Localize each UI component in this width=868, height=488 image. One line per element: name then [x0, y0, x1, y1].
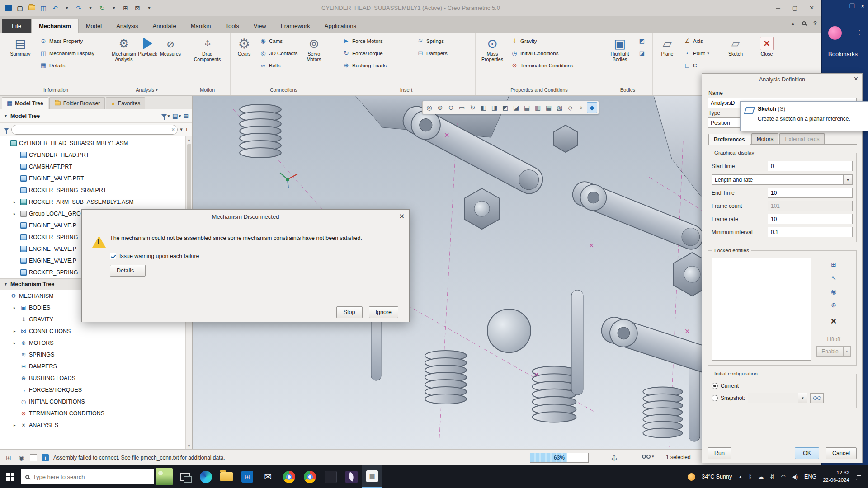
maximize-icon[interactable]: ▢: [792, 5, 797, 11]
shading-with-edges-icon[interactable]: ◧: [478, 102, 489, 113]
lock-connections-icon[interactable]: ↖: [828, 273, 839, 283]
zoom-region-icon[interactable]: ◎: [424, 102, 434, 113]
ignore-button[interactable]: Ignore: [369, 306, 398, 318]
springs-button[interactable]: Springs: [414, 35, 450, 47]
force-torque-button[interactable]: Force/Torque: [340, 47, 412, 59]
menu-tab[interactable]: Model: [79, 19, 109, 33]
axis-button[interactable]: Axis: [681, 35, 712, 47]
model-tree-row[interactable]: ROCKER_ARM_SUB_ASSEMBLY1.ASM: [0, 196, 192, 208]
3d-contacts-button[interactable]: 3D Contacts: [257, 47, 300, 59]
menu-tab[interactable]: Analysis: [109, 19, 145, 33]
mechanism-analysis-button[interactable]: Mechanism Analysis: [112, 34, 136, 63]
windows-manager-icon[interactable]: [122, 4, 129, 12]
clock[interactable]: 12:32 22-06-2024: [823, 469, 849, 483]
task-view-icon[interactable]: [175, 465, 195, 488]
menu-tab[interactable]: Manikin: [184, 19, 218, 33]
new-file-icon[interactable]: [16, 4, 24, 12]
current-radio[interactable]: [712, 383, 718, 389]
group-label-analysis[interactable]: Analysis: [109, 84, 184, 95]
browser-profile-avatar[interactable]: [828, 26, 842, 40]
model-tree-row[interactable]: CYLINDER_HEAD_SUBASSEMBLY1.ASM: [0, 137, 192, 149]
servo-motors-button[interactable]: Servo Motors: [302, 34, 326, 63]
playback-button[interactable]: Playback: [137, 34, 158, 63]
menu-tab[interactable]: View: [246, 19, 274, 33]
tab-folder-browser[interactable]: Folder Browser: [49, 97, 105, 109]
tree-filter-icon[interactable]: ▾: [161, 114, 170, 118]
body-tool-1-button[interactable]: [636, 35, 648, 47]
weather-sun-icon[interactable]: [688, 473, 695, 481]
clear-search-icon[interactable]: ×: [171, 127, 175, 133]
close-mechanism-button[interactable]: Close: [753, 34, 780, 63]
browser-menu-icon[interactable]: ⋮: [856, 29, 863, 36]
creo-taskbar-icon[interactable]: ▤: [362, 465, 382, 488]
chrome-icon[interactable]: [278, 465, 299, 488]
menu-tab[interactable]: Mechanism: [31, 19, 79, 33]
drag-components-button[interactable]: Drag Components: [190, 34, 225, 63]
weather-widget-icon[interactable]: [154, 465, 175, 488]
stop-button[interactable]: Stop: [336, 306, 363, 318]
lock-bodies-icon[interactable]: ⊞: [828, 259, 839, 269]
menu-tab[interactable]: Applications: [317, 19, 363, 33]
undo-icon[interactable]: [52, 4, 59, 12]
gears-button[interactable]: Gears: [233, 34, 255, 63]
chrome-icon-2[interactable]: [299, 465, 320, 488]
panel-tab[interactable]: External loads: [779, 133, 825, 144]
csys-display-icon[interactable]: ◇: [565, 102, 576, 113]
mechanism-tree-row[interactable]: FORCES/TORQUES: [0, 384, 192, 396]
mechanism-tree-collapse-icon[interactable]: ▼: [4, 282, 8, 286]
panel-tab[interactable]: Motors: [751, 133, 779, 144]
mail-icon[interactable]: ✉: [258, 465, 278, 488]
start-button[interactable]: [0, 465, 21, 488]
refit-icon[interactable]: ▭: [457, 102, 467, 113]
start-time-input[interactable]: [768, 161, 853, 171]
mechanism-tree-row[interactable]: TERMINATION CONDITIONS: [0, 408, 192, 419]
force-motors-button[interactable]: Force Motors: [340, 35, 412, 47]
mechanism-tree-row[interactable]: MOTORS: [0, 337, 192, 349]
datum-axis-display-icon[interactable]: ▦: [543, 102, 554, 113]
gravity-button[interactable]: Gravity: [508, 35, 576, 47]
details-button[interactable]: Details...: [110, 265, 146, 277]
close-window-icon[interactable]: [134, 4, 141, 12]
hidden-icons-chevron[interactable]: ▲: [738, 474, 742, 479]
bushing-loads-button[interactable]: Bushing Loads: [340, 60, 412, 71]
lock-orientation-icon[interactable]: ◉: [828, 286, 839, 296]
customize-toolbar-icon[interactable]: [146, 4, 153, 12]
model-tree-row[interactable]: CAMSHAFT.PRT: [0, 161, 192, 173]
wifi-icon[interactable]: ◠: [781, 474, 785, 480]
end-time-input[interactable]: [768, 188, 853, 198]
wireframe-icon[interactable]: ▤: [522, 102, 532, 113]
open-file-icon[interactable]: [28, 4, 35, 12]
cams-button[interactable]: Cams: [257, 35, 300, 47]
browser-close-icon[interactable]: ×: [861, 3, 864, 9]
collapse-ribbon-icon[interactable]: ▲: [791, 21, 795, 26]
browser-restore-icon[interactable]: ❐: [849, 3, 855, 9]
menu-tab[interactable]: Annotate: [146, 19, 184, 33]
add-filter-icon[interactable]: +: [185, 126, 189, 133]
menu-tab[interactable]: Tools: [218, 19, 246, 33]
coord-system-button[interactable]: C: [681, 60, 712, 71]
point-button[interactable]: Point: [681, 47, 712, 59]
cloud-icon[interactable]: ☁: [758, 474, 764, 480]
model-tree-row[interactable]: CYLINDER_HEAD.PRT: [0, 149, 192, 161]
lock-enable-icon[interactable]: ⊕: [828, 300, 839, 310]
spin-center-icon[interactable]: ⌖: [576, 102, 586, 113]
regenerate-dropdown-icon[interactable]: [110, 4, 118, 12]
menu-tab[interactable]: Framework: [274, 19, 317, 33]
highlight-bodies-button[interactable]: Highlight Bodies: [606, 34, 634, 63]
repaint-icon[interactable]: ↻: [467, 102, 478, 113]
belts-button[interactable]: Belts: [257, 60, 300, 71]
mechanism-display-button[interactable]: Mechanism Display: [37, 47, 97, 59]
summary-button[interactable]: Summary: [5, 34, 35, 63]
feather-app-icon[interactable]: [341, 465, 362, 488]
search-icon[interactable]: [802, 21, 806, 25]
minimum-interval-input[interactable]: [768, 227, 853, 237]
save-icon[interactable]: [40, 4, 47, 12]
measures-button[interactable]: Measures: [160, 34, 181, 63]
action-center-icon[interactable]: [856, 474, 863, 480]
dark-app-icon[interactable]: [320, 465, 341, 488]
web-browser-toggle-icon[interactable]: ◉: [17, 454, 25, 462]
model-tree-row[interactable]: ROCKER_SPRING_SRM.PRT: [0, 184, 192, 196]
mechanism-tree-row[interactable]: CONNECTIONS: [0, 325, 192, 337]
redo-icon[interactable]: [75, 4, 82, 12]
mass-properties-button[interactable]: Mass Properties: [478, 34, 506, 63]
